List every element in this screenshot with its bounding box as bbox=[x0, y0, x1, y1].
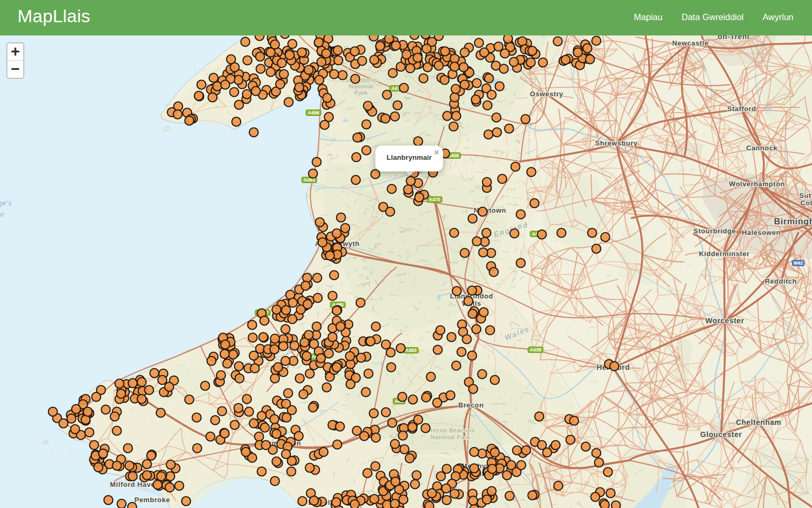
svg-text:Brecon: Brecon bbox=[458, 401, 484, 409]
svg-text:Park: Park bbox=[354, 89, 368, 96]
svg-text:National: National bbox=[349, 83, 373, 89]
svg-text:Milford Haven: Milford Haven bbox=[110, 480, 160, 488]
svg-text:A438: A438 bbox=[530, 347, 541, 352]
svg-text:Gloucester: Gloucester bbox=[700, 430, 742, 439]
svg-text:Stourbridge: Stourbridge bbox=[694, 227, 736, 235]
svg-text:National Park: National Park bbox=[430, 434, 470, 440]
svg-text:Snowdonia: Snowdonia bbox=[345, 77, 377, 83]
svg-text:Coldfield: Coldfield bbox=[800, 199, 812, 207]
svg-text:Brecon Beacons: Brecon Beacons bbox=[426, 427, 474, 433]
svg-text:M42: M42 bbox=[793, 260, 803, 266]
svg-text:Oswestry: Oswestry bbox=[530, 90, 564, 98]
svg-text:Sutton: Sutton bbox=[799, 192, 812, 199]
svg-text:Shrewsbury: Shrewsbury bbox=[595, 139, 638, 147]
svg-text:Pembroke: Pembroke bbox=[134, 496, 170, 504]
svg-text:Wolverhampton: Wolverhampton bbox=[729, 180, 785, 188]
svg-text:A470: A470 bbox=[429, 197, 440, 202]
svg-text:Cannock: Cannock bbox=[746, 144, 777, 152]
svg-text:Birmingham: Birmingham bbox=[774, 216, 812, 226]
svg-text:A496: A496 bbox=[308, 110, 319, 115]
svg-text:Kidderminster: Kidderminster bbox=[699, 250, 750, 258]
svg-text:Worcester: Worcester bbox=[705, 316, 744, 325]
svg-text:Stafford: Stafford bbox=[727, 105, 756, 113]
svg-text:A483: A483 bbox=[405, 348, 417, 353]
svg-text:Halesowen: Halesowen bbox=[742, 229, 780, 237]
svg-text:St George's: St George's bbox=[0, 199, 12, 207]
svg-text:Cheltenham: Cheltenham bbox=[736, 418, 781, 427]
svg-text:Redditch: Redditch bbox=[765, 277, 797, 285]
svg-text:Newcastle: Newcastle bbox=[672, 39, 709, 47]
svg-text:Channel: Channel bbox=[0, 211, 4, 219]
